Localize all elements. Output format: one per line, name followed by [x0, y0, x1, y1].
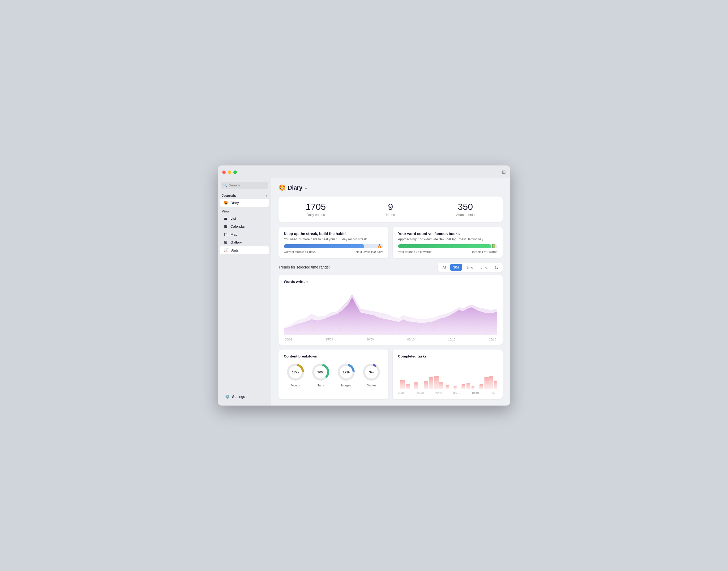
sidebar-item-gallery[interactable]: ⊞ Gallery — [220, 238, 269, 246]
gallery-icon: ⊞ — [223, 240, 228, 244]
donut-quotes: 3% Quotes — [362, 362, 381, 387]
bottom-cards: Content breakdown 17% Moods — [278, 349, 503, 399]
chart-label-5: 15/10 — [489, 338, 496, 341]
time-btn-1y[interactable]: 1y — [491, 264, 501, 271]
tasks-label-0: 20/09 — [398, 391, 405, 394]
svg-rect-12 — [429, 377, 433, 389]
stat-notes: 9 Notes — [353, 202, 428, 216]
flame-icon: 🔥 — [377, 244, 381, 248]
words-chart-svg — [284, 288, 497, 335]
quotes-label: Quotes — [367, 384, 376, 387]
search-box[interactable]: 🔍 Search — [221, 182, 268, 189]
page-title: Diary — [288, 184, 302, 191]
page-title-chevron-icon[interactable]: ⌄ — [305, 186, 308, 190]
page-header: 🤩 Diary ⌄ — [278, 184, 503, 191]
word-subtitle-pre: Approaching: — [398, 237, 417, 241]
journals-chevron-icon[interactable]: › — [266, 194, 267, 198]
tasks-label-3: 05/10 — [453, 391, 461, 394]
word-progress-bg: 📗 — [398, 244, 497, 248]
sidebar: 🔍 Search Journals › 🤩 Diary View ☰ List — [218, 178, 271, 405]
close-button[interactable] — [222, 170, 226, 174]
tasks-label-1: 25/09 — [416, 391, 424, 394]
chart-label-4: 10/10 — [448, 338, 456, 341]
tasks-chart-svg — [398, 362, 497, 389]
streak-progress-bg: 🔥 — [284, 244, 383, 248]
info-cards-row: Keep up the streak, build the habit! You… — [278, 227, 503, 258]
time-btn-6mo[interactable]: 6mo — [477, 264, 490, 271]
svg-rect-23 — [494, 380, 497, 389]
trends-label: Trends for selected time range: — [278, 265, 330, 269]
svg-rect-13 — [434, 376, 439, 389]
svg-rect-16 — [454, 386, 456, 389]
sidebar-bottom: ⚙️ Settings — [218, 390, 271, 402]
tasks-label-5: 15/10 — [490, 391, 497, 394]
word-title: Your word count vs. famous books — [398, 232, 497, 236]
main-content: 🤩 Diary ⌄ 1705 Daily entries 9 Notes 350… — [271, 178, 510, 405]
content-breakdown-card: Content breakdown 17% Moods — [278, 349, 388, 399]
journals-section-header: Journals › — [218, 193, 271, 199]
svg-rect-9 — [406, 384, 410, 389]
sidebar-item-stats[interactable]: 📈 Stats — [220, 246, 269, 254]
view-section-header: View — [218, 207, 271, 214]
svg-rect-18 — [467, 383, 470, 389]
next-level-label: Next level: 100 days — [356, 250, 383, 253]
entries-number: 1705 — [278, 202, 353, 212]
streak-meta: Current streak: 81 days Next level: 100 … — [284, 250, 383, 253]
tags-percent: 30% — [317, 370, 324, 374]
map-label: Map — [230, 232, 237, 236]
gallery-label: Gallery — [230, 240, 242, 244]
sidebar-toggle-icon[interactable]: ⊞ — [502, 169, 506, 175]
donut-row: 17% Moods 30% — [284, 362, 383, 387]
time-range-buttons: 7d 30d 3mo 6mo 1y — [438, 263, 503, 272]
sidebar-item-list[interactable]: ☰ List — [220, 214, 269, 222]
words-chart-title: Words written — [284, 280, 497, 283]
notes-label: Notes — [353, 213, 428, 217]
list-label: List — [230, 216, 236, 220]
svg-rect-22 — [489, 376, 493, 389]
book-icon: 📗 — [491, 244, 496, 248]
sidebar-item-map[interactable]: ◫ Map — [220, 230, 269, 238]
calendar-label: Calendar — [230, 224, 245, 228]
tasks-label-2: 30/09 — [435, 391, 442, 394]
tags-label: Tags — [318, 384, 324, 387]
app-window: ⊞ 🔍 Search Journals › 🤩 Diary View — [218, 165, 510, 405]
chart-label-3: 05/10 — [407, 338, 415, 341]
sidebar-item-diary[interactable]: 🤩 Diary — [220, 199, 269, 207]
tasks-chart-labels: 20/09 25/09 30/09 05/10 10/10 15/10 — [398, 391, 497, 394]
sidebar-item-calendar[interactable]: ▦ Calendar — [220, 222, 269, 230]
stat-entries: 1705 Daily entries — [278, 202, 353, 216]
word-subtitle-post: by Ernest Hemingway — [451, 237, 483, 241]
chart-label-1: 25/09 — [326, 338, 333, 341]
journals-label: Journals — [222, 194, 236, 198]
settings-gear-icon: ⚙️ — [225, 395, 230, 399]
quotes-percent: 3% — [369, 370, 374, 374]
svg-rect-19 — [472, 386, 474, 389]
time-btn-30d[interactable]: 30d — [450, 264, 462, 271]
svg-rect-17 — [462, 384, 465, 389]
target-words-label: Target: 174k words — [472, 250, 497, 253]
stats-icon: 📈 — [223, 248, 228, 252]
view-label: View — [222, 209, 229, 213]
donut-tags: 30% Tags — [311, 362, 330, 387]
calendar-icon: ▦ — [223, 224, 228, 228]
words-chart-card: Words written — [278, 275, 503, 345]
trends-header: Trends for selected time range: 7d 30d 3… — [278, 263, 503, 272]
chart-label-0: 20/09 — [285, 338, 292, 341]
settings-label: Settings — [232, 395, 245, 398]
content-title: Content breakdown — [284, 354, 383, 358]
minimize-button[interactable] — [228, 170, 231, 174]
svg-rect-21 — [484, 377, 489, 389]
time-btn-7d[interactable]: 7d — [439, 264, 449, 271]
svg-rect-11 — [424, 381, 428, 389]
titlebar: ⊞ — [218, 165, 510, 178]
app-body: 🔍 Search Journals › 🤩 Diary View ☰ List — [218, 178, 510, 405]
completed-tasks-card: Completed tasks — [393, 349, 503, 399]
list-icon: ☰ — [223, 216, 228, 220]
settings-item[interactable]: ⚙️ Settings — [221, 393, 268, 401]
maximize-button[interactable] — [233, 170, 237, 174]
stats-label: Stats — [230, 248, 239, 252]
search-icon: 🔍 — [223, 184, 227, 187]
moods-percent: 17% — [292, 370, 299, 374]
svg-rect-15 — [446, 385, 449, 389]
time-btn-3mo[interactable]: 3mo — [463, 264, 476, 271]
